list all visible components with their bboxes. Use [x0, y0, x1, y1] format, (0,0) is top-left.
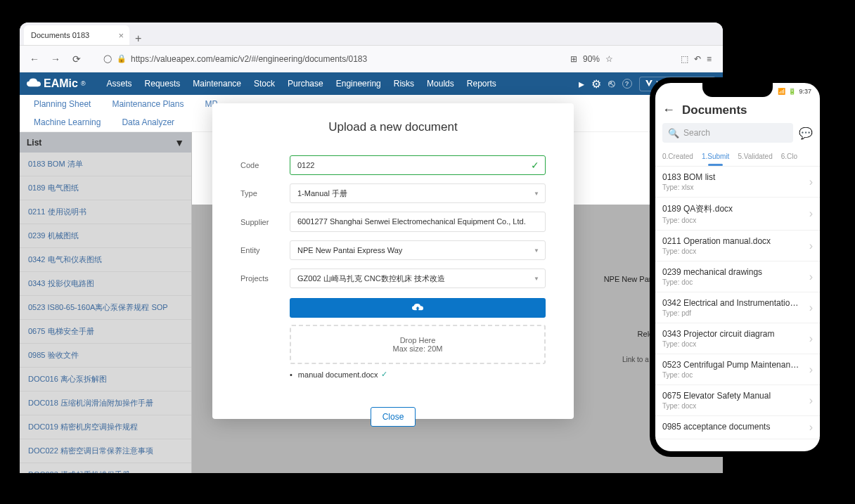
subnav-item[interactable]: Data Analyzer: [122, 117, 174, 127]
subnav-item[interactable]: Planning Sheet: [34, 99, 91, 109]
signal-icon: 📶: [778, 88, 785, 95]
list-item[interactable]: 0189 QA资料.docxType: docx: [655, 198, 820, 231]
browser-toolbar: ← → ⟳ ◯ 🔒 https://valueapex.com/eamic/v2…: [20, 46, 723, 72]
subnav-item[interactable]: Machine Learning: [34, 117, 101, 127]
app-logo[interactable]: EAMic ®: [27, 77, 86, 90]
url-text: https://valueapex.com/eamic/v2/#/enginee…: [131, 54, 367, 64]
subnav-item[interactable]: Maintenance Plans: [112, 99, 184, 109]
back-icon[interactable]: ←: [662, 103, 675, 117]
nav-item[interactable]: Purchase: [288, 79, 323, 89]
help-icon[interactable]: ?: [622, 79, 632, 89]
entity-select[interactable]: NPE New Pantai Express Way ▼: [290, 240, 546, 260]
nav-item[interactable]: Maintenance: [193, 79, 241, 89]
sidebar-header: List ▼: [20, 132, 191, 153]
url-bar[interactable]: ◯ 🔒 https://valueapex.com/eamic/v2/#/eng…: [89, 54, 567, 64]
mobile-tab[interactable]: 0.Created: [658, 148, 698, 166]
list-item[interactable]: 0183 BOM listType: xlsx: [655, 167, 820, 198]
mobile-tab[interactable]: 1.Submit: [698, 148, 733, 166]
reload-button[interactable]: ⟳: [68, 50, 86, 68]
sidebar-item[interactable]: 0189 电气图纸: [20, 176, 191, 200]
main-nav: AssetsRequestsMaintenanceStockPurchaseEn…: [107, 79, 496, 89]
sidebar-item[interactable]: 0523 IS80-65-160A离心泵保养规程 SOP: [20, 296, 191, 320]
forward-button[interactable]: →: [46, 50, 65, 68]
qr-icon[interactable]: ⊞: [570, 54, 577, 64]
message-icon[interactable]: 💬: [799, 127, 813, 140]
nav-item[interactable]: Risks: [394, 79, 414, 89]
list-item[interactable]: 0675 Elevator Safety ManualType: docx: [655, 385, 820, 416]
chevron-down-icon: ▼: [534, 190, 539, 197]
drop-zone[interactable]: Drop Here Max size: 20M: [290, 325, 546, 364]
nav-item[interactable]: Reports: [467, 79, 496, 89]
mobile-search-row: 🔍 Search 💬: [655, 123, 820, 148]
sidebar-item[interactable]: 0239 机械图纸: [20, 224, 191, 248]
nav-item[interactable]: Assets: [107, 79, 132, 89]
max-size-label: Max size: 20M: [301, 344, 534, 353]
sidebar-item[interactable]: 0211 使用说明书: [20, 200, 191, 224]
item-subtitle: Type: docx: [662, 340, 802, 348]
tab-title: Documents 0183: [31, 31, 89, 39]
code-label: Code: [240, 161, 276, 169]
logout-icon[interactable]: ⎋: [608, 77, 615, 90]
undo-icon[interactable]: ↶: [694, 54, 701, 64]
sidebar-item[interactable]: DOC016 离心泵拆解图: [20, 368, 191, 392]
mobile-title: Documents: [682, 103, 747, 117]
back-button[interactable]: ←: [25, 50, 44, 68]
nav-item[interactable]: Engineering: [336, 79, 381, 89]
arrow-icon[interactable]: ▸: [579, 77, 584, 91]
cloud-upload-icon: [412, 304, 423, 312]
list-item[interactable]: 0985 acceptance documents: [655, 416, 820, 439]
lock-icon: 🔒: [117, 54, 127, 64]
sidebar-item[interactable]: 0343 投影仪电路图: [20, 272, 191, 296]
sidebar-item[interactable]: DOC023 塔式起重机维保手册: [20, 463, 191, 473]
sidebar-item[interactable]: 0342 电气和仪表图纸: [20, 248, 191, 272]
item-subtitle: Type: xlsx: [662, 183, 802, 191]
new-tab-button[interactable]: +: [129, 32, 147, 45]
brand-label: EAMic: [44, 77, 78, 90]
item-title: 0523 Centrifugal Pump Maintenance Pro...: [662, 360, 802, 370]
gear-icon[interactable]: ⚙: [591, 77, 601, 91]
time-label: 9:37: [799, 88, 811, 95]
nav-item[interactable]: Requests: [145, 79, 181, 89]
sidebar-item[interactable]: DOC022 精密空调日常保养注意事项: [20, 439, 191, 463]
browser-window: Documents 0183 × + ← → ⟳ ◯ 🔒 https://val…: [20, 22, 723, 473]
sidebar-item[interactable]: 0675 电梯安全手册: [20, 320, 191, 344]
crop-icon[interactable]: ⬚: [681, 54, 688, 64]
nav-item[interactable]: Stock: [254, 79, 275, 89]
bookmark-icon[interactable]: ☆: [605, 54, 613, 64]
list-item[interactable]: 0211 Operation manual.docxType: docx: [655, 231, 820, 261]
modal-title: Upload a new document: [212, 120, 574, 134]
nav-item[interactable]: Moulds: [427, 79, 454, 89]
projects-select[interactable]: GZ002 山崎马扎克 CNC数控机床 技术改造 ▼: [290, 269, 546, 288]
list-item[interactable]: 0523 Centrifugal Pump Maintenance Pro...…: [655, 354, 820, 385]
close-button[interactable]: Close: [371, 407, 416, 427]
mobile-tab[interactable]: 6.Clo: [777, 148, 802, 166]
sidebar-item[interactable]: 0183 BOM 清单: [20, 153, 191, 176]
projects-label: Projects: [240, 274, 276, 283]
type-select[interactable]: 1-Manual 手册 ▼: [290, 183, 546, 203]
sidebar-item[interactable]: DOC019 精密机房空调操作规程: [20, 415, 191, 439]
upload-modal: Upload a new document Code 0122 ✓ Type 1…: [212, 103, 574, 419]
menu-icon[interactable]: ≡: [707, 54, 712, 64]
search-input[interactable]: 🔍 Search: [662, 123, 793, 143]
code-input[interactable]: 0122 ✓: [290, 155, 546, 175]
sidebar-item[interactable]: DOC018 压缩机润滑油附加操作手册: [20, 392, 191, 415]
item-title: 0183 BOM list: [662, 172, 802, 182]
mobile-tab[interactable]: 5.Validated: [733, 148, 776, 166]
sidebar: List ▼ 0183 BOM 清单0189 电气图纸0211 使用说明书023…: [20, 132, 192, 473]
close-icon[interactable]: ×: [118, 30, 124, 41]
list-item[interactable]: 0239 mechanical drawingsType: doc: [655, 261, 820, 292]
supplier-select[interactable]: 6001277 Shanghai Senwei Electromechanica…: [290, 212, 546, 232]
list-item[interactable]: 0343 Projector circuit diagramType: docx: [655, 323, 820, 354]
type-label: Type: [240, 189, 276, 198]
browser-tabs: Documents 0183 × +: [20, 22, 723, 46]
list-item[interactable]: 0342 Electrical and Instrumentation Dra.…: [655, 292, 820, 323]
filter-icon[interactable]: ▼: [174, 137, 184, 148]
search-placeholder: Search: [683, 128, 710, 138]
sidebar-item[interactable]: 0985 验收文件: [20, 344, 191, 368]
browser-tab[interactable]: Documents 0183 ×: [24, 25, 129, 45]
mobile-device: 📶 🔋 9:37 ← Documents 🔍 Search 💬 0.Create…: [650, 77, 825, 457]
upload-button[interactable]: [290, 298, 546, 318]
item-title: 0985 acceptance documents: [662, 422, 802, 432]
item-title: 0342 Electrical and Instrumentation Dra.…: [662, 298, 802, 308]
zoom-label: 90%: [583, 54, 600, 64]
